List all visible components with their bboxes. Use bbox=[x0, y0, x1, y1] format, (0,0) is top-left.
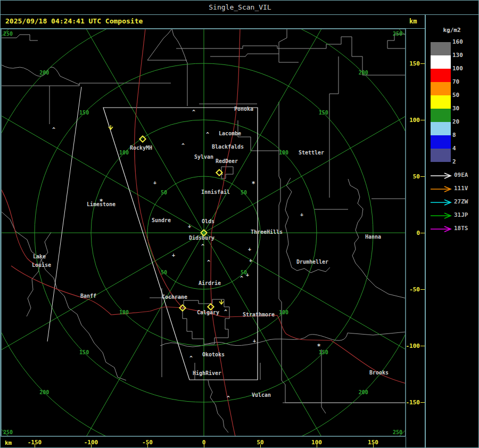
range-ring-label-100: 100 bbox=[119, 150, 129, 156]
county-boundary-line bbox=[221, 167, 233, 178]
range-ring-label-100: 100 bbox=[279, 150, 288, 156]
right-axis-unit-label: km bbox=[409, 18, 423, 25]
range-ring-label-250: 250 bbox=[393, 31, 402, 37]
bottom-axis-tick-mark bbox=[373, 444, 374, 448]
county-boundary-line bbox=[1, 83, 171, 86]
window-title: Single_Scan_VIL bbox=[1, 3, 479, 11]
city-label-didsbury: Didsbury bbox=[189, 235, 214, 241]
city-label-threehills: ThreeHills bbox=[251, 229, 283, 235]
range-ring-label-200: 200 bbox=[39, 70, 49, 76]
city-label-hanna: Hanna bbox=[365, 234, 381, 240]
colorbar-swatch bbox=[431, 82, 451, 95]
radar-map: ^^^^^^^^^^^++++++++*** PonokaLacombeBlac… bbox=[1, 28, 407, 438]
range-ring-label-50: 50 bbox=[161, 270, 167, 275]
colorbar-tick-label: 20 bbox=[452, 118, 474, 125]
range-ring-label-250: 250 bbox=[3, 31, 13, 37]
radar-arrow-label-31JP: 31JP bbox=[454, 211, 477, 218]
colorbar-tick-label: 8 bbox=[452, 132, 474, 139]
county-boundary-line bbox=[147, 29, 172, 60]
radar-arrow-icon-27ZW bbox=[430, 198, 453, 206]
city-label-lake: Lake bbox=[33, 254, 46, 259]
title-separator-line bbox=[1, 14, 479, 15]
radar-application-window: Single_Scan_VIL 2025/09/18 04:24:41 UTC … bbox=[0, 0, 479, 448]
radar-arrow-icon-09EA bbox=[430, 172, 453, 179]
county-boundary-line bbox=[279, 29, 287, 55]
radar-arrow-icon-111V bbox=[430, 185, 453, 192]
colorbar-tick-label: 100 bbox=[452, 65, 474, 72]
range-ring-label-100: 100 bbox=[119, 309, 129, 315]
colorbar-swatch bbox=[431, 109, 451, 122]
range-ring-label-200: 200 bbox=[359, 70, 368, 76]
colorbar-swatch bbox=[431, 69, 451, 82]
town-marker-caret: ^ bbox=[240, 275, 243, 281]
colorbar-tick-label: 2 bbox=[452, 158, 474, 165]
bottom-axis-tick-mark bbox=[147, 444, 148, 448]
county-boundary-line bbox=[238, 120, 279, 151]
radar-arrow-icon-31JP bbox=[430, 211, 453, 219]
town-marker-plus: + bbox=[249, 257, 252, 263]
radial-line-240deg bbox=[39, 28, 204, 233]
right-axis-tick-label: -100 bbox=[405, 343, 420, 349]
county-boundary-line bbox=[321, 349, 326, 413]
colorbar-title: kg/m2 bbox=[425, 27, 478, 34]
city-label-strathmore: Strathmore bbox=[243, 312, 275, 317]
city-label-reddeer: RedDeer bbox=[216, 158, 238, 164]
right-axis-tick-label: -50 bbox=[405, 286, 420, 293]
city-label-blackfalds: Blackfalds bbox=[212, 144, 244, 150]
colorbar-tick-label: 30 bbox=[452, 105, 474, 112]
radar-arrow-label-27ZW: 27ZW bbox=[454, 198, 477, 205]
city-label-vulcan: Vulcan bbox=[252, 392, 271, 398]
town-marker-plus: + bbox=[188, 223, 191, 229]
colorbar-tick-label: 70 bbox=[452, 78, 474, 85]
city-label-okotoks: Okotoks bbox=[202, 352, 225, 357]
colorbar-tick-label: 50 bbox=[452, 92, 474, 99]
town-marker-plus: + bbox=[172, 252, 175, 258]
legend-panel-separator bbox=[425, 15, 426, 448]
county-boundary-line bbox=[183, 299, 229, 344]
range-ring-label-250: 250 bbox=[393, 429, 402, 435]
colorbar-swatch bbox=[431, 122, 451, 135]
county-boundary-line bbox=[27, 232, 51, 316]
city-label-stettler: Stettler bbox=[299, 150, 324, 156]
city-label-drumheller: Drumheller bbox=[296, 259, 328, 265]
city-label-olds: Olds bbox=[202, 218, 214, 224]
colorbar-tick-label: 130 bbox=[452, 52, 474, 59]
colorbar-tick-label: 160 bbox=[452, 38, 474, 45]
right-axis-tick-mark bbox=[420, 176, 425, 177]
range-ring-label-150: 150 bbox=[79, 349, 89, 355]
town-marker-star: * bbox=[251, 180, 255, 188]
range-ring-label-150: 150 bbox=[319, 349, 328, 355]
city-label-innisfail: Innisfail bbox=[201, 189, 230, 195]
map-right-border-extension bbox=[406, 437, 406, 448]
city-label-rockymh: RockyMH bbox=[130, 145, 152, 151]
colorbar-swatch bbox=[431, 42, 451, 55]
right-axis-tick-label: 50 bbox=[405, 173, 420, 180]
town-marker-caret: ^ bbox=[189, 355, 193, 361]
bottom-axis-unit-label: km bbox=[5, 439, 12, 446]
scan-sector-edge bbox=[47, 87, 81, 341]
town-marker-plus: + bbox=[253, 338, 256, 344]
range-ring-label-50: 50 bbox=[161, 190, 167, 196]
range-ring-label-200: 200 bbox=[359, 389, 368, 395]
colorbar-swatch bbox=[431, 95, 451, 109]
right-axis-tick-mark bbox=[420, 402, 425, 403]
county-boundary-line bbox=[160, 332, 406, 347]
radar-arrow-label-18TS: 18TS bbox=[454, 225, 477, 232]
county-boundary-line bbox=[210, 54, 279, 56]
radial-line-210deg bbox=[1, 68, 204, 233]
city-label-sylvan: Sylvan bbox=[194, 154, 213, 160]
right-axis-tick-mark bbox=[420, 120, 425, 120]
city-label-limestone: Limestone bbox=[87, 201, 115, 207]
right-axis-tick-label: 100 bbox=[405, 117, 420, 124]
county-boundary-line bbox=[176, 46, 315, 48]
city-label-cochrane: Cochrane bbox=[162, 294, 187, 300]
county-boundary-line bbox=[329, 56, 338, 198]
colorbar-swatch bbox=[431, 55, 451, 69]
range-ring-label-150: 150 bbox=[319, 110, 328, 116]
radar-arrow-icon-18TS bbox=[430, 225, 453, 232]
title-bar: Single_Scan_VIL bbox=[1, 1, 479, 14]
town-marker-caret: ^ bbox=[181, 143, 185, 149]
right-axis-tick-mark bbox=[420, 233, 425, 233]
town-marker-plus: + bbox=[300, 211, 303, 217]
town-marker-caret: ^ bbox=[207, 259, 210, 265]
